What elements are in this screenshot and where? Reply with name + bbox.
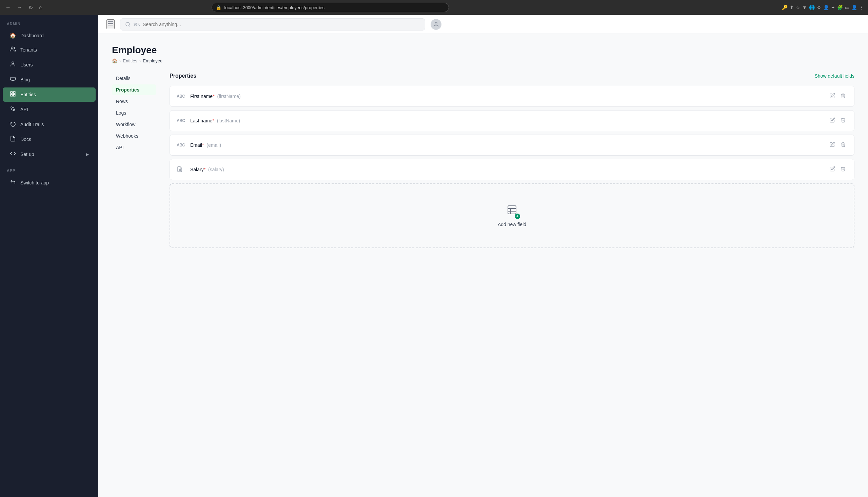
nav-item-webhooks[interactable]: Webhooks: [112, 130, 156, 141]
breadcrumb: 🏠 › Entities › Employee: [112, 58, 854, 63]
avatar[interactable]: [431, 19, 441, 30]
forward-button[interactable]: →: [16, 3, 24, 12]
show-default-fields-button[interactable]: Show default fields: [814, 73, 854, 79]
svg-rect-16: [508, 206, 516, 214]
profile-icon: 👤: [851, 5, 857, 10]
ext4-icon: 👤: [823, 5, 829, 10]
delete-last-name-button[interactable]: [839, 116, 847, 125]
svg-rect-4: [11, 95, 12, 96]
sidebar-item-blog[interactable]: Blog: [3, 73, 96, 87]
lock-icon: 🔒: [216, 5, 222, 10]
sidebar-label-setup: Set up: [20, 152, 34, 157]
search-shortcut: ⌘K: [133, 22, 140, 27]
menu-icon: ⋮: [859, 5, 864, 10]
svg-point-7: [14, 110, 15, 111]
sidebar-label-api: API: [20, 107, 28, 112]
app-layout: ADMIN 🏠 Dashboard Tenants: [0, 15, 868, 497]
sidebar-label-users: Users: [20, 62, 33, 68]
users-icon: [10, 61, 16, 69]
chevron-right-icon: ▶: [86, 152, 89, 157]
sidebar-item-setup[interactable]: Set up ▶: [3, 147, 96, 161]
field-label: Salary: [190, 167, 204, 172]
back-button[interactable]: ←: [4, 3, 12, 12]
delete-first-name-button[interactable]: [839, 91, 847, 101]
breadcrumb-entities-link[interactable]: Entities: [123, 58, 137, 63]
svg-line-12: [129, 25, 130, 26]
required-star: *: [213, 94, 214, 99]
nav-item-rows[interactable]: Rows: [112, 96, 156, 107]
edit-email-button[interactable]: [828, 140, 837, 150]
page-content: Employee 🏠 › Entities › Employee Details…: [98, 34, 868, 497]
ext3-icon: ⚙: [817, 5, 821, 10]
nav-item-logs[interactable]: Logs: [112, 108, 156, 118]
search-bar[interactable]: ⌘K: [120, 18, 425, 30]
svg-point-1: [12, 62, 14, 64]
home-button[interactable]: ⌂: [38, 3, 44, 12]
sidebar-item-audit-trails[interactable]: Audit Trails: [3, 117, 96, 131]
key-icon: 🔑: [782, 5, 788, 10]
breadcrumb-home-icon[interactable]: 🏠: [112, 58, 117, 63]
url-bar[interactable]: 🔒 localhost:3000/admin/entities/employee…: [212, 3, 449, 12]
edit-salary-button[interactable]: [828, 165, 837, 174]
nav-item-details[interactable]: Details: [112, 73, 156, 84]
page-title: Employee: [112, 45, 854, 56]
sidebar-item-dashboard[interactable]: 🏠 Dashboard: [3, 29, 96, 42]
field-type-icon-last-name: ABC: [177, 118, 186, 123]
add-field-icon-wrap: +: [507, 204, 517, 218]
nav-item-api[interactable]: API: [112, 142, 156, 153]
entities-icon: [10, 91, 16, 98]
edit-first-name-button[interactable]: [828, 91, 837, 101]
url-text: localhost:3000/admin/entities/employees/…: [224, 5, 325, 10]
edit-last-name-button[interactable]: [828, 116, 837, 125]
ext2-icon: 🌐: [809, 5, 815, 10]
sidebar-item-users[interactable]: Users: [3, 58, 96, 72]
app-section-label: APP: [0, 162, 98, 175]
nav-item-workflow[interactable]: Workflow: [112, 119, 156, 130]
field-type-icon-email: ABC: [177, 143, 186, 147]
field-key: (salary): [208, 167, 224, 172]
field-name-salary: Salary* (salary): [190, 167, 824, 172]
menu-toggle-button[interactable]: [106, 19, 115, 29]
ext6-icon: 🧩: [837, 5, 843, 10]
sidebar-label-dashboard: Dashboard: [20, 33, 44, 38]
field-name-first-name: First name* (firstName): [190, 94, 824, 99]
blog-icon: [10, 76, 16, 83]
add-new-field-button[interactable]: + Add new field: [170, 183, 854, 248]
sidebar-label-tenants: Tenants: [20, 47, 37, 53]
sidebar-item-tenants[interactable]: Tenants: [3, 43, 96, 57]
sidebar-label-blog: Blog: [20, 77, 30, 82]
breadcrumb-current: Employee: [143, 58, 162, 63]
search-input[interactable]: [143, 22, 420, 27]
field-type-icon-first-name: ABC: [177, 94, 186, 99]
plus-icon: +: [515, 214, 520, 219]
delete-email-button[interactable]: [839, 140, 847, 150]
field-key: (email): [207, 142, 221, 148]
delete-salary-button[interactable]: [839, 165, 847, 174]
topbar: ⌘K: [98, 15, 868, 34]
sidebar-item-entities[interactable]: Entities: [3, 87, 96, 102]
search-icon: [125, 22, 130, 27]
ext7-icon: ▭: [845, 5, 849, 10]
field-name-last-name: Last name* (lastName): [190, 118, 824, 124]
sidebar-item-docs[interactable]: Docs: [3, 132, 96, 146]
sidebar-item-switch-to-app[interactable]: Switch to app: [3, 175, 96, 190]
refresh-button[interactable]: ↻: [27, 3, 34, 12]
browser-toolbar: 🔑 ⬆ ☆ ▼ 🌐 ⚙ 👤 ✦ 🧩 ▭ 👤 ⋮: [782, 5, 864, 10]
field-row-last-name: ABC Last name* (lastName): [170, 110, 854, 131]
api-icon: [10, 106, 16, 113]
sidebar-label-switch-to-app: Switch to app: [20, 180, 49, 185]
field-actions-first-name: [828, 91, 847, 101]
sidebar-label-docs: Docs: [20, 137, 31, 142]
audit-icon: [10, 121, 16, 128]
properties-title: Properties: [170, 73, 196, 79]
field-row-first-name: ABC First name* (firstName): [170, 86, 854, 107]
required-star: *: [212, 118, 214, 124]
nav-item-properties[interactable]: Properties: [112, 84, 156, 95]
breadcrumb-sep1: ›: [119, 58, 121, 63]
docs-icon: [10, 136, 16, 143]
sidebar-item-api[interactable]: API: [3, 102, 96, 117]
setup-icon: [10, 151, 16, 158]
field-type-icon-salary: [177, 166, 186, 173]
admin-section-label: ADMIN: [0, 15, 98, 28]
svg-rect-3: [14, 91, 15, 93]
